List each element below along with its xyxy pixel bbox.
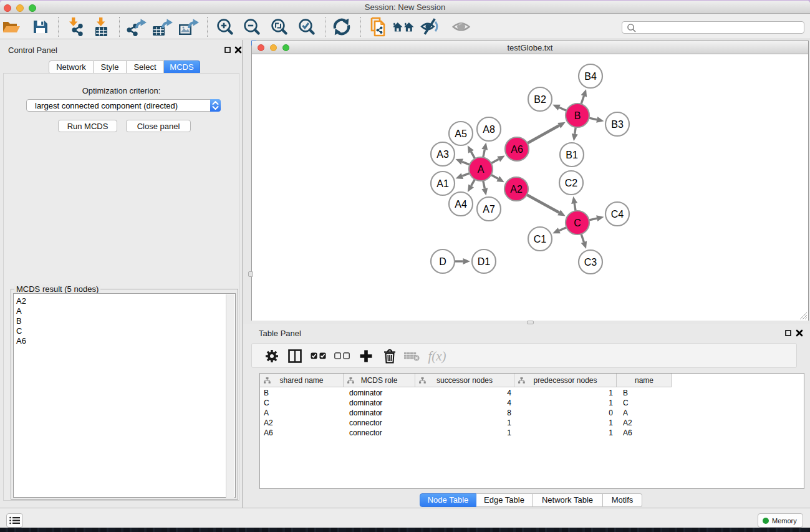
svg-text:A5: A5 <box>455 128 467 139</box>
svg-text:A8: A8 <box>483 124 495 135</box>
svg-text:B4: B4 <box>584 71 597 82</box>
svg-text:C2: C2 <box>565 178 578 188</box>
svg-text:B1: B1 <box>566 150 578 160</box>
svg-text:C1: C1 <box>534 234 547 244</box>
svg-text:C3: C3 <box>584 257 597 268</box>
svg-text:A4: A4 <box>455 199 467 210</box>
svg-text:C: C <box>574 218 581 228</box>
svg-text:D: D <box>439 256 446 267</box>
svg-text:A3: A3 <box>436 149 449 160</box>
svg-text:C4: C4 <box>611 209 624 220</box>
svg-text:A: A <box>478 164 485 175</box>
svg-text:A7: A7 <box>483 204 495 215</box>
svg-text:B: B <box>574 110 581 121</box>
svg-text:A2: A2 <box>510 184 523 195</box>
svg-text:B2: B2 <box>534 94 546 105</box>
svg-text:B3: B3 <box>611 119 624 130</box>
svg-text:A1: A1 <box>436 178 449 189</box>
svg-text:A6: A6 <box>511 144 523 155</box>
svg-text:D1: D1 <box>478 256 491 267</box>
